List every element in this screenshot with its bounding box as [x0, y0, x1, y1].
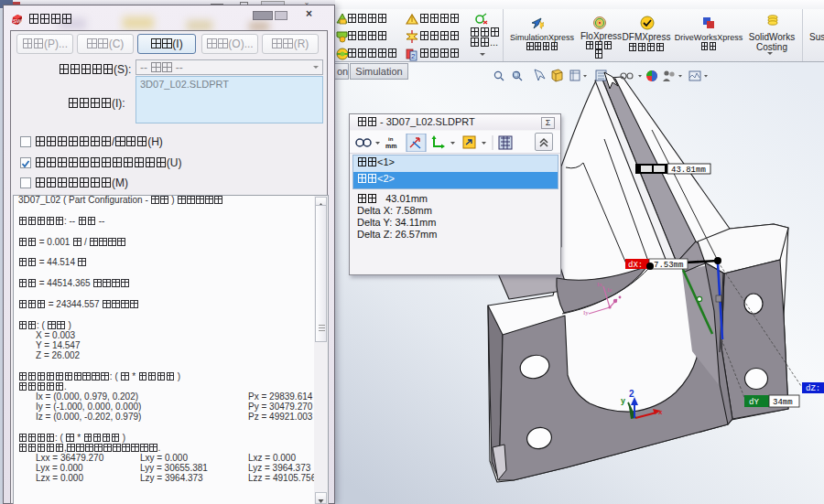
- svg-text:dZ:: dZ:: [806, 384, 820, 393]
- svg-text:Iz: Iz: [607, 286, 612, 294]
- svg-text:Ix: Ix: [597, 281, 602, 288]
- svg-text:dX:: dX:: [628, 261, 643, 270]
- svg-text:y: y: [621, 396, 625, 405]
- svg-text:7.53mm: 7.53mm: [654, 261, 683, 270]
- svg-text:Iy: Iy: [583, 309, 589, 316]
- svg-text:x: x: [658, 408, 663, 416]
- svg-text:dY: dY: [749, 398, 759, 407]
- svg-text:34mm: 34mm: [773, 398, 793, 407]
- svg-text:in: in: [388, 136, 394, 142]
- svg-text:43.81mm: 43.81mm: [671, 166, 706, 175]
- svg-text:2: 2: [411, 52, 416, 60]
- svg-text:2: 2: [629, 389, 634, 399]
- svg-text:mm: mm: [385, 143, 396, 149]
